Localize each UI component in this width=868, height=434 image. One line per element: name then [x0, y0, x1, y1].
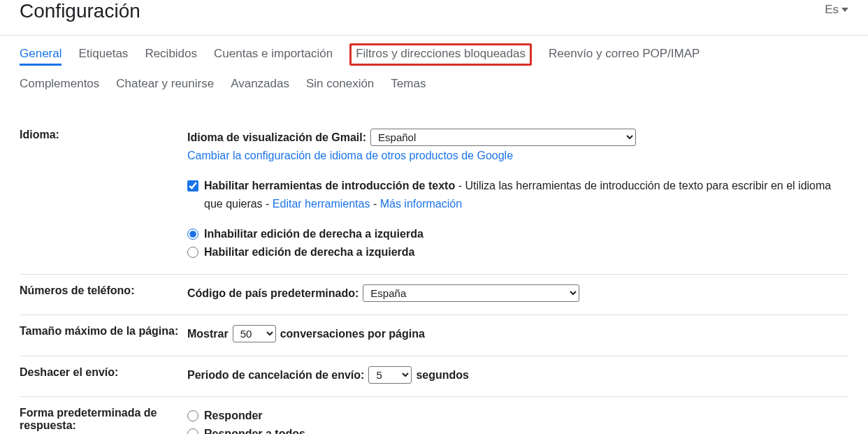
setting-content-phone: Código de país predeterminado: España	[187, 284, 848, 303]
tab-general[interactable]: General	[20, 47, 62, 66]
separator: -	[370, 198, 379, 210]
country-code-select[interactable]: España	[363, 284, 579, 302]
setting-content-replydefault: Responder Responder a todos	[187, 407, 848, 434]
rtl-disable-label: Inhabilitar edición de derecha a izquier…	[204, 225, 424, 243]
per-page-label: conversaciones por página	[280, 325, 425, 343]
setting-label-phone: Números de teléfono:	[20, 284, 187, 303]
page-title: Configuración	[20, 0, 140, 22]
display-language-label: Idioma de visualización de Gmail:	[187, 129, 366, 147]
tab-avanzadas[interactable]: Avanzadas	[231, 77, 289, 94]
tab-recibidos[interactable]: Recibidos	[145, 47, 197, 66]
setting-row-phone: Números de teléfono: Código de país pred…	[20, 275, 848, 316]
language-switcher[interactable]: Es	[825, 0, 848, 17]
reply-all-label: Responder a todos	[204, 425, 305, 434]
setting-label-undosend: Deshacer el envío:	[20, 366, 187, 384]
reply-radio[interactable]	[187, 410, 198, 421]
rtl-enable-radio[interactable]	[187, 247, 198, 258]
tab-filtros-y-direcciones-bloqueadas[interactable]: Filtros y direcciones bloqueadas	[349, 43, 532, 66]
setting-content-undosend: Periodo de cancelación de envío: 5 segun…	[187, 366, 848, 384]
tab-cuentas-e-importación[interactable]: Cuentas e importación	[214, 47, 333, 66]
pagesize-select[interactable]: 50	[233, 325, 276, 342]
setting-row-pagesize: Tamaño máximo de la página: Mostrar 50 c…	[20, 315, 848, 356]
tab-complementos[interactable]: Complementos	[20, 77, 99, 94]
setting-row-replydefault: Forma predeterminada de respuesta: Respo…	[20, 397, 848, 434]
setting-content-language: Idioma de visualización de Gmail: Españo…	[187, 129, 848, 261]
show-label: Mostrar	[187, 325, 229, 343]
seconds-label: segundos	[416, 366, 469, 384]
more-info-link[interactable]: Más información	[380, 198, 462, 210]
setting-label-pagesize: Tamaño máximo de la página:	[20, 325, 187, 343]
reply-all-radio[interactable]	[187, 428, 198, 434]
tab-sin-conexión[interactable]: Sin conexión	[306, 77, 374, 94]
settings-body: Idioma: Idioma de visualización de Gmail…	[0, 99, 868, 434]
enable-input-tools-checkbox[interactable]	[187, 180, 198, 191]
tab-chatear-y-reunirse[interactable]: Chatear y reunirse	[116, 77, 214, 94]
header: Configuración Es	[0, 0, 868, 28]
enable-input-tools-bold: Habilitar herramientas de introducción d…	[204, 180, 455, 191]
country-code-label: Código de país predeterminado:	[187, 284, 359, 303]
display-language-select[interactable]: Español	[370, 129, 636, 146]
setting-label-language: Idioma:	[20, 129, 187, 261]
undosend-select[interactable]: 5	[368, 366, 412, 384]
enable-input-tools-row: Habilitar herramientas de introducción d…	[187, 177, 848, 212]
tab-etiquetas[interactable]: Etiquetas	[78, 47, 128, 66]
setting-label-replydefault: Forma predeterminada de respuesta:	[20, 407, 187, 434]
reply-row: Responder	[187, 407, 848, 425]
chevron-down-icon	[841, 8, 848, 12]
rtl-disable-row: Inhabilitar edición de derecha a izquier…	[187, 225, 848, 243]
tab-temas[interactable]: Temas	[391, 77, 426, 94]
setting-row-undosend: Deshacer el envío: Periodo de cancelació…	[20, 356, 848, 398]
rtl-enable-row: Habilitar edición de derecha a izquierda	[187, 243, 848, 261]
cancel-period-label: Periodo de cancelación de envío:	[187, 366, 364, 384]
setting-content-pagesize: Mostrar 50 conversaciones por página	[187, 325, 848, 343]
enable-input-tools-text: Habilitar herramientas de introducción d…	[204, 177, 848, 212]
language-switcher-label: Es	[825, 3, 839, 17]
reply-label: Responder	[204, 407, 263, 425]
rtl-disable-radio[interactable]	[187, 229, 198, 240]
tabs-row-2: ComplementosChatear y reunirseAvanzadasS…	[0, 66, 868, 94]
tab-reenvío-y-correo-pop-imap[interactable]: Reenvío y correo POP/IMAP	[549, 47, 700, 66]
setting-row-language: Idioma: Idioma de visualización de Gmail…	[20, 119, 848, 275]
rtl-enable-label: Habilitar edición de derecha a izquierda	[204, 243, 414, 261]
tabs-row-1: GeneralEtiquetasRecibidosCuentas e impor…	[0, 36, 868, 66]
edit-tools-link[interactable]: Editar herramientas	[273, 198, 370, 210]
change-google-language-link[interactable]: Cambiar la configuración de idioma de ot…	[187, 150, 513, 161]
reply-all-row: Responder a todos	[187, 425, 848, 434]
